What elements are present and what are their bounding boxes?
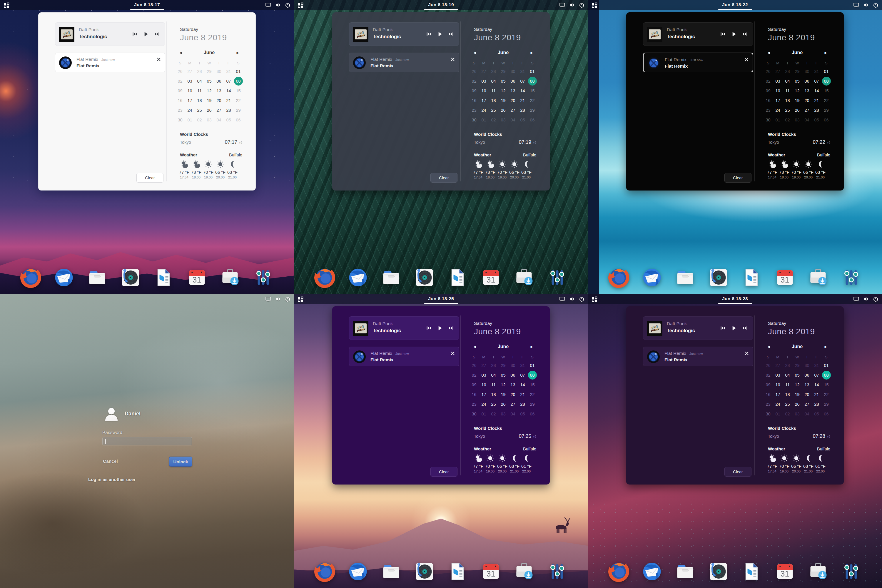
calendar-day[interactable]: 12	[498, 86, 508, 96]
weather-forecast-row[interactable]: 77 °F17:5470 °F19:0066 °F20:0063 °F21:00…	[766, 454, 835, 473]
calendar-day[interactable]: 05	[792, 76, 802, 86]
calendar-day[interactable]: 28	[783, 360, 792, 370]
calendar-day[interactable]: 06	[508, 370, 518, 380]
calendar-day[interactable]: 02	[469, 76, 479, 86]
calendar-day[interactable]: 24	[479, 105, 489, 115]
calendar-day[interactable]: 13	[508, 86, 518, 96]
calendar-day[interactable]: 11	[783, 380, 792, 390]
calendar-day[interactable]: 24	[773, 399, 783, 409]
calendar-day[interactable]: 13	[802, 86, 812, 96]
calendar-day[interactable]: 28	[489, 360, 498, 370]
calendar-day[interactable]: 04	[783, 370, 792, 380]
calendar-next-button[interactable]: ▶	[529, 50, 535, 55]
calendar-day[interactable]: 02	[783, 115, 792, 124]
dock-music-icon[interactable]	[414, 267, 435, 288]
calendar-day[interactable]: 21	[812, 96, 821, 105]
calendar-day[interactable]: 09	[175, 86, 185, 96]
calendar-day[interactable]: 15	[233, 86, 243, 96]
calendar-day[interactable]: 10	[773, 86, 783, 96]
dock-thunderbird-icon[interactable]	[54, 267, 75, 288]
notification-card[interactable]: Flat RemixJust nowFlat Remix	[349, 346, 459, 366]
calendar-day[interactable]: 26	[175, 66, 185, 76]
dock-files-icon[interactable]	[675, 267, 696, 288]
calendar-day[interactable]: 10	[479, 380, 489, 390]
next-track-button[interactable]	[154, 32, 160, 36]
calendar-day[interactable]: 17	[479, 390, 489, 399]
status-icons-menu[interactable]	[854, 297, 878, 302]
calendar-prev-button[interactable]: ◀	[178, 50, 183, 55]
calendar-day[interactable]: 18	[195, 96, 204, 105]
calendar-day[interactable]: 18	[783, 390, 792, 399]
calendar-day[interactable]: 06	[508, 76, 518, 86]
dock-software-icon[interactable]	[514, 267, 535, 288]
dock-tweaks-icon[interactable]	[547, 267, 568, 288]
dock-thunderbird-icon[interactable]	[642, 561, 663, 582]
calendar-day[interactable]: 22	[233, 96, 243, 105]
calendar-day[interactable]: 02	[195, 115, 204, 124]
previous-track-button[interactable]	[426, 32, 431, 36]
calendar-day[interactable]: 15	[527, 380, 537, 390]
dock-firefox-icon[interactable]	[608, 267, 630, 288]
previous-track-button[interactable]	[132, 32, 137, 36]
close-icon[interactable]	[745, 351, 749, 356]
calendar-day[interactable]: 08	[527, 76, 537, 86]
calendar-day[interactable]: 05	[518, 115, 527, 124]
dock-libreoffice-icon[interactable]	[741, 267, 762, 288]
calendar-day[interactable]: 27	[479, 360, 489, 370]
calendar-day[interactable]: 27	[508, 399, 518, 409]
calendar-day[interactable]: 29	[498, 360, 508, 370]
close-icon[interactable]	[451, 57, 455, 62]
calendar-day[interactable]: 16	[469, 390, 479, 399]
dock-music-icon[interactable]	[120, 267, 141, 288]
calendar-day[interactable]: 06	[233, 115, 243, 124]
calendar-day[interactable]: 29	[821, 399, 831, 409]
calendar-day[interactable]: 20	[214, 96, 224, 105]
calendar-day[interactable]: 28	[783, 66, 792, 76]
calendar-day[interactable]: 06	[802, 370, 812, 380]
world-clock-row[interactable]: Tokyo07:22+9	[768, 140, 830, 145]
calendar-day[interactable]: 05	[792, 370, 802, 380]
calendar-day[interactable]: 06	[527, 115, 537, 124]
calendar-prev-button[interactable]: ◀	[766, 344, 771, 349]
calendar-day[interactable]: 18	[489, 96, 498, 105]
calendar-day[interactable]: 12	[204, 86, 214, 96]
dock-files-icon[interactable]	[675, 561, 696, 582]
calendar-day[interactable]: 30	[214, 66, 224, 76]
clear-notifications-button[interactable]: Clear	[430, 173, 458, 183]
calendar-day[interactable]: 26	[469, 360, 479, 370]
calendar-day[interactable]: 31	[518, 360, 527, 370]
dock-libreoffice-icon[interactable]	[447, 267, 468, 288]
dock-calendar-icon[interactable]: 31	[480, 561, 502, 582]
calendar-day[interactable]: 31	[812, 66, 821, 76]
dock-files-icon[interactable]	[381, 561, 402, 582]
dock-tweaks-icon[interactable]	[253, 267, 274, 288]
calendar-day[interactable]: 03	[479, 76, 489, 86]
calendar-day[interactable]: 14	[518, 86, 527, 96]
calendar-day[interactable]: 05	[498, 370, 508, 380]
weather-forecast-row[interactable]: 77 °F17:5470 °F19:0066 °F20:0063 °F21:00…	[472, 454, 541, 473]
world-clock-row[interactable]: Tokyo07:25+9	[474, 434, 536, 439]
calendar-day[interactable]: 26	[763, 360, 773, 370]
calendar-day[interactable]: 28	[518, 399, 527, 409]
previous-track-button[interactable]	[720, 326, 725, 330]
calendar-day[interactable]: 29	[792, 66, 802, 76]
calendar-day[interactable]: 26	[498, 399, 508, 409]
calendar-day[interactable]: 05	[204, 76, 214, 86]
calendar-day[interactable]: 18	[489, 390, 498, 399]
dock-software-icon[interactable]	[514, 561, 535, 582]
calendar-day[interactable]: 01	[527, 360, 537, 370]
weather-forecast-row[interactable]: 77 °F17:5473 °F18:0070 °F19:0066 °F20:00…	[472, 160, 541, 179]
calendar-day[interactable]: 29	[204, 66, 214, 76]
dock-software-icon[interactable]	[808, 561, 829, 582]
calendar-day[interactable]: 26	[792, 399, 802, 409]
next-track-button[interactable]	[742, 32, 748, 36]
calendar-day[interactable]: 24	[479, 399, 489, 409]
previous-track-button[interactable]	[720, 32, 725, 36]
calendar-day[interactable]: 07	[224, 76, 233, 86]
calendar-day[interactable]: 05	[812, 409, 821, 418]
calendar-day[interactable]: 01	[479, 409, 489, 418]
dock-tweaks-icon[interactable]	[841, 267, 862, 288]
calendar-day[interactable]: 14	[224, 86, 233, 96]
calendar-day[interactable]: 08	[821, 76, 831, 86]
dock-firefox-icon[interactable]	[314, 561, 336, 582]
